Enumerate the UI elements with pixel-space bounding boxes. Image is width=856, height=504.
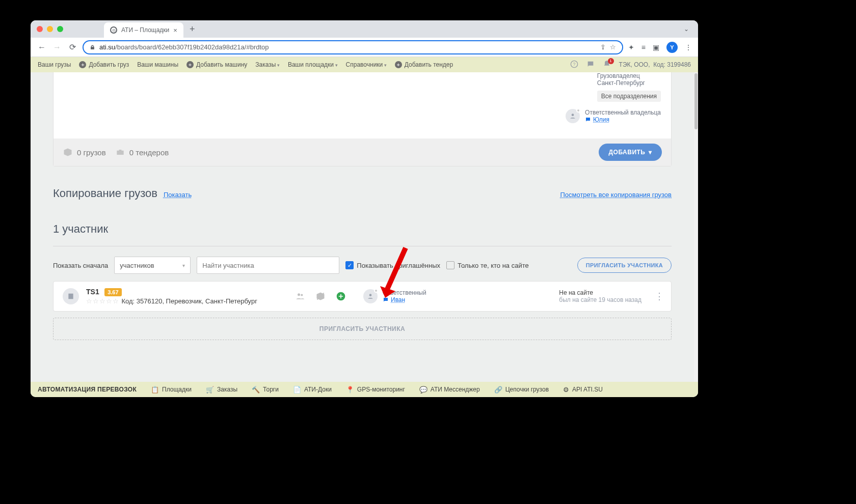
footer-messenger[interactable]: 💬АТИ Мессенджер (419, 386, 480, 394)
footer-title: АВТОМАТИЗАЦИЯ ПЕРЕВОЗОК (38, 386, 137, 393)
toolbar-icons: ✦ ≡ ▣ Y ⋮ (628, 42, 692, 53)
copy-all-link[interactable]: Посмотреть все копирования грузов (560, 191, 672, 199)
participants-title: 1 участник (53, 222, 672, 236)
participant-row: TS1 3.67 ☆☆☆☆☆ Код: 3576120, Перевозчик,… (53, 281, 672, 312)
menu-icon[interactable]: ⋮ (685, 43, 692, 51)
url-input[interactable]: 🔒︎ ati.su/boards/board/62ebb307f19b2402d… (83, 40, 623, 54)
box-off-icon[interactable] (315, 291, 326, 301)
profile-avatar[interactable]: Y (666, 42, 678, 53)
svg-point-8 (369, 294, 372, 296)
owner-block: Грузовладелец Санкт-Петербург Все подраз… (597, 72, 661, 102)
status-last-seen: был на сайте 19 часов назад (559, 296, 641, 303)
participant-sub: Код: 3576120, Перевозчик, Санкт-Петербур… (121, 297, 257, 305)
nav-your-vehicles[interactable]: Ваши машины (137, 61, 178, 68)
responsible-name-link[interactable]: Иван (383, 296, 426, 303)
extensions-icon[interactable]: ✦ (628, 43, 634, 51)
footer-docs[interactable]: 📄АТИ-Доки (293, 386, 332, 394)
svg-point-2 (572, 114, 574, 116)
search-participant-input[interactable] (197, 257, 339, 274)
tab-strip: ◎ АТИ – Площадки × + ⌄ (31, 20, 698, 38)
row-menu-icon[interactable]: ⋮ (655, 291, 664, 302)
invite-participant-bar[interactable]: ПРИГЛАСИТЬ УЧАСТНИКА (53, 318, 672, 340)
online-only-checkbox[interactable]: Только те, кто на сайте (446, 261, 529, 269)
footer-boards[interactable]: 📋Площадки (151, 386, 192, 394)
responsible-label: Ответственный (383, 289, 426, 296)
invite-participant-button[interactable]: ПРИГЛАСИТЬ УЧАСТНИКА (577, 258, 672, 273)
svg-rect-3 (68, 294, 73, 299)
favicon-icon: ◎ (110, 26, 117, 34)
gavel-icon: 🔨 (252, 386, 260, 394)
stat-tenders: 0 тендеров (115, 147, 169, 157)
chain-icon: 🔗 (494, 386, 502, 394)
nav-add-tender[interactable]: +Добавить тендер (395, 61, 453, 68)
url-path: /boards/board/62ebb307f19b2402da98d21a/#… (115, 43, 269, 51)
nav-your-cargo[interactable]: Ваши грузы (38, 61, 71, 68)
site-topnav: Ваши грузы +Добавить груз Ваши машины +Д… (31, 57, 698, 72)
owner-city: Санкт-Петербург (597, 79, 661, 87)
panel-icon[interactable]: ▣ (653, 43, 659, 51)
company-icon (63, 288, 79, 304)
footer-auctions[interactable]: 🔨Торги (252, 386, 279, 394)
nav-reference[interactable]: Справочники (346, 61, 387, 68)
board-card: Грузовладелец Санкт-Петербург Все подраз… (53, 72, 672, 166)
departments-badge[interactable]: Все подразделения (597, 91, 661, 102)
footer-gps[interactable]: 📍GPS-мониторинг (346, 386, 405, 394)
divider (53, 246, 672, 246)
new-tab-button[interactable]: + (190, 24, 195, 35)
reading-list-icon[interactable]: ≡ (641, 43, 646, 51)
page-content: Грузовладелец Санкт-Петербург Все подраз… (31, 72, 694, 382)
svg-point-4 (298, 293, 300, 296)
sort-select[interactable]: участников (114, 257, 191, 274)
notifications-icon[interactable] (603, 60, 611, 70)
stars-icon: ☆☆☆☆☆ (86, 297, 119, 305)
back-button[interactable]: ← (37, 43, 47, 52)
maximize-window-icon[interactable] (57, 26, 63, 32)
chat-icon[interactable] (586, 60, 595, 70)
svg-text:?: ? (573, 62, 575, 67)
minimize-window-icon[interactable] (47, 26, 53, 32)
share-icon[interactable]: ⇪ (600, 43, 606, 51)
reload-button[interactable]: ⟳ (67, 42, 77, 52)
checkbox-icon (446, 261, 454, 269)
box-icon (63, 147, 73, 157)
scrollbar[interactable] (694, 72, 698, 382)
docs-icon: 📄 (293, 386, 301, 394)
org-name[interactable]: ТЭК, ООО, (619, 61, 650, 68)
footer-bar: АВТОМАТИЗАЦИЯ ПЕРЕВОЗОК 📋Площадки 🛒Заказ… (31, 382, 698, 397)
avatar-icon (566, 109, 580, 123)
forward-button[interactable]: → (52, 43, 62, 52)
footer-orders[interactable]: 🛒Заказы (206, 386, 237, 394)
svg-point-5 (301, 294, 303, 296)
close-tab-icon[interactable]: × (173, 26, 177, 34)
owner-role: Грузовладелец (597, 72, 661, 79)
scrollbar-thumb[interactable] (694, 73, 698, 129)
bookmark-icon[interactable]: ☆ (610, 43, 616, 51)
nav-add-cargo[interactable]: +Добавить груз (79, 61, 129, 68)
window-controls[interactable] (37, 26, 63, 32)
checkbox-icon: ✓ (345, 261, 354, 269)
status-offline: Не на сайте (559, 289, 641, 296)
add-button[interactable]: ДОБАВИТЬ▾ (599, 144, 662, 161)
close-window-icon[interactable] (37, 26, 43, 32)
tabs-menu-icon[interactable]: ⌄ (681, 25, 692, 33)
invited-checkbox[interactable]: ✓Показывать приглашённых (345, 261, 440, 269)
participant-action-icons (295, 291, 346, 301)
help-icon[interactable]: ? (570, 60, 578, 70)
responsible-owner-row: Ответственный владельца Юлия (566, 109, 661, 123)
footer-api[interactable]: ⚙API ATI.SU (563, 386, 603, 394)
footer-chains[interactable]: 🔗Цепочки грузов (494, 386, 549, 394)
api-icon: ⚙ (563, 386, 569, 394)
add-circle-icon[interactable] (336, 291, 346, 301)
group-icon[interactable] (295, 291, 305, 301)
copy-show-link[interactable]: Показать (164, 191, 192, 199)
tab-title: АТИ – Площадки (121, 26, 169, 34)
nav-orders[interactable]: Заказы (255, 61, 280, 68)
participant-responsible: Ответственный Иван (363, 289, 426, 303)
copy-section-title: Копирование грузов (53, 187, 157, 200)
gps-icon: 📍 (346, 386, 354, 394)
nav-add-vehicle[interactable]: +Добавить машину (186, 61, 247, 68)
responsible-name-link[interactable]: Юлия (585, 116, 661, 123)
nav-your-boards[interactable]: Ваши площадки (288, 61, 338, 68)
participant-name[interactable]: TS1 (86, 288, 99, 296)
tab-active[interactable]: ◎ АТИ – Площадки × (104, 22, 183, 38)
